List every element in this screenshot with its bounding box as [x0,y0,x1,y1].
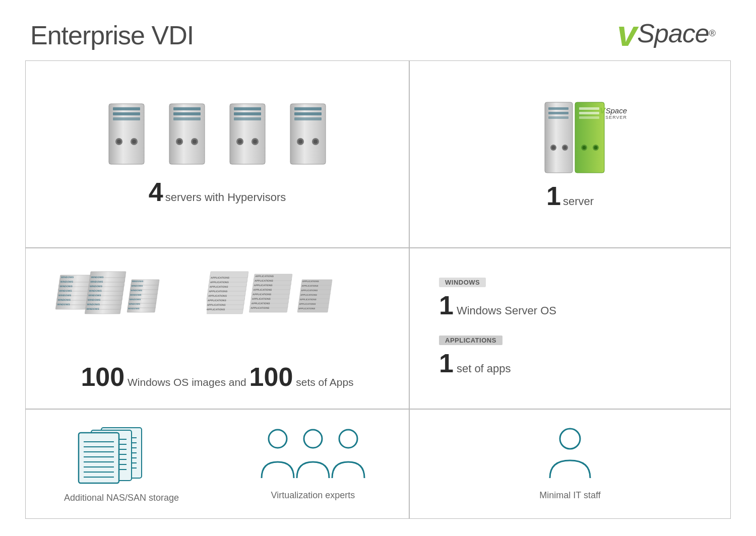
windows-stacks-svg: WINDOWS WINDOWS WINDOWS WINDOWS WINDOWS … [46,264,203,350]
windows-server-label: 1Windows Server OS [439,290,731,320]
svg-text:APPLICATIONS: APPLICATIONS [252,297,271,300]
svg-text:WINDOWS: WINDOWS [88,294,102,297]
svg-text:WINDOWS: WINDOWS [57,303,71,306]
svg-rect-27 [294,117,322,120]
stacked-windows-apps: WINDOWS WINDOWS WINDOWS WINDOWS WINDOWS … [46,264,388,350]
svg-point-39 [563,146,567,150]
svg-point-21 [238,140,242,144]
svg-rect-17 [234,107,261,110]
svg-rect-156 [79,433,119,483]
server-count: 4 [149,177,163,207]
svg-text:APPLICATIONS: APPLICATIONS [298,307,316,310]
svg-text:WINDOWS: WINDOWS [129,303,140,305]
svg-text:APPLICATIONS: APPLICATIONS [253,288,272,291]
one-server-count: 1 [546,181,561,211]
svg-text:APPLICATIONS: APPLICATIONS [299,303,316,305]
vspace-server-icon: v Space SERVER [542,97,598,173]
main-grid: 4servers with Hypervisors [25,60,731,519]
svg-text:APPLICATIONS: APPLICATIONS [301,285,319,287]
mid-label-part2: sets of Apps [296,376,353,388]
storage-item: Additional NAS/SAN storage [26,425,217,503]
apps-row: APPLICATIONS 1set of apps [439,336,731,378]
apps-stacks-svg: APPLICATIONS APPLICATIONS APPLICATIONS A… [207,264,388,350]
svg-rect-18 [234,112,261,115]
svg-text:WINDOWS: WINDOWS [91,276,104,279]
svg-point-165 [269,430,287,448]
servers-label: 4servers with Hypervisors [149,177,286,207]
apps-label: 1set of apps [439,348,731,378]
cell-top-left: 4servers with Hypervisors [26,61,409,247]
mid-label: 100 Windows OS images and 100 sets of Ap… [81,362,353,392]
svg-rect-9 [173,107,201,110]
svg-text:WINDOWS: WINDOWS [86,307,100,310]
svg-text:APPLICATIONS: APPLICATIONS [209,290,228,293]
svg-text:APPLICATIONS: APPLICATIONS [207,303,226,306]
svg-text:APPLICATIONS: APPLICATIONS [250,306,270,309]
svg-rect-2 [113,112,140,115]
svg-point-45 [583,146,586,150]
windows-count-right: 1 [439,291,454,320]
people-item: Virtualization experts [217,428,409,501]
svg-text:APPLICATIONS: APPLICATIONS [251,302,270,305]
svg-text:WINDOWS: WINDOWS [61,276,75,279]
svg-text:APPLICATIONS: APPLICATIONS [211,276,230,279]
svg-text:APPLICATIONS: APPLICATIONS [254,284,273,287]
one-server-text: server [563,195,594,208]
one-server-label: 1server [546,181,594,211]
svg-text:WINDOWS: WINDOWS [128,307,140,310]
svg-text:APPLICATIONS: APPLICATIONS [302,280,319,283]
svg-rect-34 [548,112,569,114]
svg-text:APPLICATIONS: APPLICATIONS [208,299,227,302]
server-icon-3 [225,101,270,167]
svg-point-166 [304,430,322,448]
single-person-icon [545,428,595,483]
svg-point-29 [298,140,302,144]
people-label: Virtualization experts [271,490,355,501]
cell-top-right: v Space SERVER 1server [409,61,731,247]
logo-reg: ® [709,28,716,39]
svg-text:WINDOWS: WINDOWS [57,298,71,301]
svg-text:WINDOWS: WINDOWS [132,280,143,283]
svg-text:APPLICATIONS: APPLICATIONS [255,279,274,282]
svg-text:WINDOWS: WINDOWS [87,303,100,306]
windows-label-text: Windows Server OS [457,304,556,317]
svg-rect-3 [113,117,140,120]
svg-text:WINDOWS: WINDOWS [129,298,141,301]
windows-badge: WINDOWS [439,278,486,287]
svg-point-47 [594,146,598,150]
svg-rect-11 [173,117,201,120]
apps-label-text: set of apps [457,362,511,375]
svg-rect-35 [548,116,569,119]
svg-text:WINDOWS: WINDOWS [88,298,101,301]
svg-text:WINDOWS: WINDOWS [90,280,104,283]
server-icon-2 [164,101,210,167]
people-icon [258,428,368,483]
svg-rect-10 [173,112,201,115]
it-staff-label: Minimal IT staff [539,490,600,501]
svg-rect-1 [113,107,140,110]
svg-point-13 [177,140,181,144]
svg-text:WINDOWS: WINDOWS [58,294,72,297]
svg-rect-25 [294,107,322,110]
svg-text:APPLICATIONS: APPLICATIONS [301,289,318,292]
svg-rect-26 [294,112,322,115]
svg-text:WINDOWS: WINDOWS [130,294,142,296]
server-icon-4 [285,101,331,167]
svg-text:APPLICATIONS: APPLICATIONS [209,285,228,288]
windows-count: 100 [81,362,124,391]
svg-point-5 [117,140,121,144]
svg-rect-43 [579,116,599,119]
svg-text:WINDOWS: WINDOWS [131,289,142,292]
svg-text:APPLICATIONS: APPLICATIONS [253,293,272,296]
svg-point-167 [339,430,357,448]
storage-label: Additional NAS/SAN storage [64,493,179,503]
storage-icon [74,425,169,486]
servers-label-text: servers with Hypervisors [165,191,286,204]
server-icon-1 [104,101,149,167]
svg-text:APPLICATIONS: APPLICATIONS [208,294,227,297]
svg-text:APPLICATIONS: APPLICATIONS [207,308,225,311]
svg-rect-19 [234,117,261,120]
apps-badge: APPLICATIONS [439,336,502,345]
svg-point-168 [560,429,580,449]
svg-text:WINDOWS: WINDOWS [90,285,103,288]
